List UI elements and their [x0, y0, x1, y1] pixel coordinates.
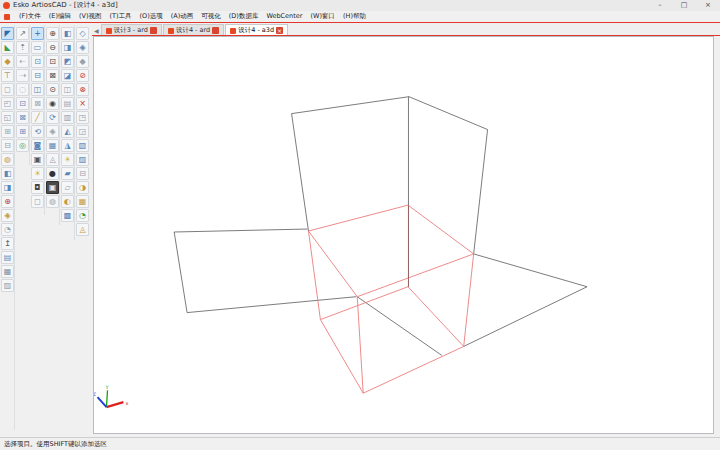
toolbar-button[interactable]: ◻ [31, 195, 44, 208]
toolbar-button[interactable]: ◑ [76, 181, 89, 194]
toolbar-button[interactable]: ⊠ [31, 97, 44, 110]
toolbar-button[interactable]: ◤ [1, 27, 14, 40]
close-button[interactable]: × [696, 0, 720, 11]
maximize-button[interactable]: □ [672, 0, 696, 11]
toolbar-button[interactable]: ◙ [31, 139, 44, 152]
toolbar-button[interactable]: ◬ [76, 223, 89, 236]
toolbar-button[interactable]: ⊕ [1, 195, 14, 208]
toolbar-button[interactable]: ▤ [1, 251, 14, 264]
toolbar-button[interactable]: ◍ [1, 153, 14, 166]
toolbar-button[interactable]: × [76, 97, 89, 110]
menu-item[interactable]: (T)工具 [106, 11, 136, 22]
tab-close-icon[interactable] [212, 27, 219, 34]
toolbar-button[interactable]: ⇢ [16, 69, 29, 82]
toolbar-button[interactable]: ◬ [46, 153, 59, 166]
menu-item[interactable]: WebCenter [262, 11, 306, 22]
toolbar-button[interactable]: ⇡ [16, 41, 29, 54]
menu-item[interactable]: (F)文件 [15, 11, 45, 22]
toolbar-button[interactable]: ⇠ [16, 55, 29, 68]
toolbar-button[interactable]: ⊠ [16, 111, 29, 124]
toolbar-button[interactable]: ⊠ [46, 69, 59, 82]
toolbar-button[interactable]: ◨ [1, 181, 14, 194]
toolbar-button[interactable]: ▥ [61, 111, 74, 124]
menu-item[interactable]: (D)数据库 [225, 11, 263, 22]
document-system-menu-icon[interactable] [4, 14, 10, 20]
toolbar-button[interactable]: ◔ [1, 223, 14, 236]
toolbar-button[interactable]: ⊗ [76, 83, 89, 96]
toolbar-button[interactable]: ◪ [61, 69, 74, 82]
toolbar-button[interactable]: ◻ [1, 83, 14, 96]
menu-item[interactable]: 可视化 [197, 11, 225, 22]
toolbar-button[interactable]: ╱ [31, 111, 44, 124]
toolbar-button[interactable]: ⊟ [76, 167, 89, 180]
minimize-button[interactable]: – [648, 0, 672, 11]
toolbar-button[interactable]: ● [46, 167, 59, 180]
menu-item[interactable]: (H)帮助 [339, 11, 370, 22]
toolbar-button[interactable]: ⊤ [1, 69, 14, 82]
toolbar-button[interactable]: ◈ [76, 41, 89, 54]
toolbar-button[interactable]: ⟲ [31, 125, 44, 138]
menu-item[interactable]: (E)编辑 [45, 11, 75, 22]
menu-item[interactable]: (A)动画 [167, 11, 198, 22]
toolbar-button[interactable]: ⊙ [46, 83, 59, 96]
toolbar-button[interactable]: ▣ [31, 153, 44, 166]
toolbar-button[interactable]: ◆ [76, 55, 89, 68]
toolbar-button[interactable]: ◇ [76, 27, 89, 40]
toolbar-button[interactable]: ◆ [1, 55, 14, 68]
toolbar-button[interactable]: ◐ [61, 195, 74, 208]
toolbar-button[interactable]: ◌ [16, 83, 29, 96]
toolbar-button[interactable]: ⟳ [46, 111, 59, 124]
menu-item[interactable]: (V)视图 [75, 11, 106, 22]
toolbar-button[interactable]: ⊡ [16, 97, 29, 110]
toolbar-button[interactable]: ⊘ [76, 69, 89, 82]
toolbar-button[interactable]: ☀ [61, 153, 74, 166]
toolbar-button[interactable]: ◧ [1, 167, 14, 180]
toolbar-button[interactable]: ◈ [46, 125, 59, 138]
toolbar-button[interactable]: ◰ [1, 97, 14, 110]
toolbar-button[interactable]: ▦ [76, 195, 89, 208]
toolbar-button[interactable]: ⊕ [46, 27, 59, 40]
toolbar-button[interactable]: ◱ [1, 111, 14, 124]
menu-item[interactable]: (O)选项 [136, 11, 167, 22]
tab-close-icon[interactable]: × [276, 27, 283, 34]
toolbar-button[interactable]: ↥ [1, 237, 14, 250]
toolbar-button[interactable]: ◫ [31, 83, 44, 96]
toolbar-button[interactable]: ⊖ [46, 41, 59, 54]
toolbar-button[interactable]: ▤ [61, 97, 74, 110]
toolbar-button[interactable]: ⊟ [31, 69, 44, 82]
toolbar-button[interactable]: ◉ [46, 97, 59, 110]
toolbar-button[interactable]: ◲ [76, 125, 89, 138]
toolbar-button[interactable]: ▧ [76, 139, 89, 152]
toolbar-button[interactable]: ◈ [1, 209, 14, 222]
toolbar-button[interactable]: ◘ [31, 181, 44, 194]
toolbar-button[interactable]: ▨ [76, 153, 89, 166]
toolbar-button[interactable]: ◨ [61, 41, 74, 54]
toolbar-button[interactable]: ▦ [46, 139, 59, 152]
toolbar-button[interactable]: ▱ [61, 181, 74, 194]
toolbar-button[interactable]: ⊡ [31, 55, 44, 68]
toolbar-button[interactable]: ◣ [1, 41, 14, 54]
toolbar-button[interactable]: ⊞ [16, 125, 29, 138]
design-canvas[interactable]: xYZ [93, 36, 714, 434]
toolbar-button[interactable]: ◎ [16, 139, 29, 152]
toolbar-button[interactable]: ◭ [61, 125, 74, 138]
toolbar-button[interactable]: ◧ [61, 27, 74, 40]
menu-item[interactable]: (W)窗口 [306, 11, 339, 22]
toolbar-button[interactable]: ◫ [61, 83, 74, 96]
toolbar-button[interactable]: ▨ [1, 279, 14, 292]
toolbar-button[interactable]: ◳ [76, 111, 89, 124]
toolbar-button[interactable]: ▩ [61, 209, 74, 222]
toolbar-button[interactable]: ▦ [1, 265, 14, 278]
toolbar-button[interactable]: ↗ [16, 27, 29, 40]
toolbar-button[interactable]: ◮ [61, 139, 74, 152]
toolbar-button[interactable]: ◔ [76, 209, 89, 222]
toolbar-button[interactable]: ☀ [31, 167, 44, 180]
toolbar-button[interactable]: ⊡ [46, 55, 59, 68]
toolbar-button[interactable]: + [31, 27, 44, 40]
tab-close-icon[interactable] [150, 27, 157, 34]
toolbar-button[interactable]: ◍ [46, 195, 59, 208]
toolbar-button[interactable]: ⊞ [1, 125, 14, 138]
toolbar-button[interactable]: ⊟ [1, 139, 14, 152]
toolbar-button[interactable]: ▣ [46, 181, 59, 194]
toolbar-button[interactable]: ◩ [61, 55, 74, 68]
